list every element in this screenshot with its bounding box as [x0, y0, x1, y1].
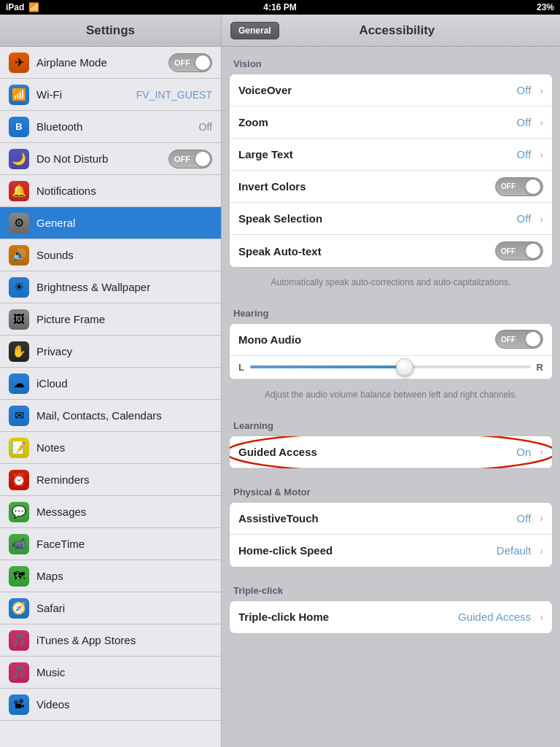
invertcolors-label: Invert Colors	[238, 180, 489, 193]
sidebar-item-general[interactable]: ⚙ General	[0, 207, 221, 239]
sidebar-item-mail[interactable]: ✉ Mail, Contacts, Calendars	[0, 400, 221, 432]
airplane-icon: ✈	[9, 53, 29, 73]
pictureframe-icon: 🖼	[9, 309, 29, 330]
sidebar-item-music[interactable]: 🎵 Music	[0, 657, 221, 689]
airplane-toggle[interactable]: OFF	[168, 53, 212, 72]
audio-balance-track[interactable]	[250, 365, 531, 368]
hearing-group: Mono Audio OFF L R	[229, 323, 553, 380]
sidebar-item-privacy[interactable]: ✋ Privacy	[0, 336, 221, 368]
bluetooth-label: Bluetooth	[36, 120, 192, 133]
monoaudio-row[interactable]: Mono Audio OFF	[230, 324, 552, 356]
sidebar-item-videos[interactable]: 📽 Videos	[0, 689, 221, 721]
maps-icon: 🗺	[9, 566, 29, 587]
sidebar-item-brightness[interactable]: ☀ Brightness & Wallpaper	[0, 271, 221, 303]
invertcolors-toggle-text: OFF	[501, 182, 516, 190]
status-time: 4:16 PM	[263, 2, 296, 12]
zoom-row[interactable]: Zoom Off ›	[230, 107, 552, 139]
status-left: iPad 📶	[6, 2, 39, 12]
maps-label: Maps	[36, 570, 212, 582]
speakselection-value: Off	[517, 212, 532, 225]
sidebar-item-donotdisturb[interactable]: 🌙 Do Not Disturb OFF	[0, 143, 221, 175]
sidebar-item-wifi[interactable]: 📶 Wi-Fi FV_INT_GUEST	[0, 79, 221, 111]
slider-left-label: L	[238, 362, 244, 373]
voiceover-row[interactable]: VoiceOver Off ›	[230, 74, 552, 107]
vision-section-label: Vision	[222, 47, 560, 74]
back-button[interactable]: General	[230, 22, 279, 39]
homeclickspeed-value: Default	[497, 544, 532, 557]
assistivetouch-chevron: ›	[540, 512, 543, 524]
voiceover-label: VoiceOver	[238, 84, 511, 96]
zoom-value: Off	[517, 116, 532, 128]
speakautotext-row[interactable]: Speak Auto-text OFF	[230, 235, 552, 267]
hearing-description: Adjust the audio volume balance between …	[222, 386, 560, 409]
sidebar-item-facetime[interactable]: 📹 FaceTime	[0, 528, 221, 560]
right-panel: General Accessibility Vision VoiceOver O…	[222, 15, 560, 747]
pictureframe-label: Picture Frame	[36, 313, 212, 325]
guidedaccess-chevron: ›	[540, 446, 543, 457]
sidebar-item-pictureframe[interactable]: 🖼 Picture Frame	[0, 303, 221, 336]
general-icon: ⚙	[9, 213, 29, 233]
safari-label: Safari	[36, 602, 212, 614]
sidebar-item-airplane[interactable]: ✈ Airplane Mode OFF	[0, 47, 221, 79]
brightness-label: Brightness & Wallpaper	[36, 281, 212, 293]
videos-label: Videos	[36, 698, 212, 711]
invertcolors-toggle[interactable]: OFF	[495, 177, 543, 196]
guidedaccess-row[interactable]: Guided Access On ›	[230, 436, 552, 468]
privacy-icon: ✋	[9, 341, 29, 362]
invertcolors-row[interactable]: Invert Colors OFF	[230, 171, 552, 203]
guidedaccess-value: On	[516, 446, 531, 458]
wifi-value: FV_INT_GUEST	[136, 89, 212, 101]
sidebar-item-bluetooth[interactable]: B Bluetooth Off	[0, 111, 221, 143]
vision-description: Automatically speak auto-corrections and…	[222, 274, 560, 296]
music-label: Music	[36, 666, 212, 678]
reminders-label: Reminders	[36, 473, 212, 486]
slider-thumb[interactable]	[396, 358, 413, 376]
sidebar-item-safari[interactable]: 🧭 Safari	[0, 592, 221, 624]
sidebar-item-icloud[interactable]: ☁ iCloud	[0, 368, 221, 400]
monoaudio-toggle-text: OFF	[501, 336, 516, 344]
tripleclickhome-value: Guided Access	[458, 611, 531, 623]
speakautotext-toggle-text: OFF	[501, 247, 516, 255]
itunes-icon: 🎵	[9, 630, 29, 651]
status-right: 23%	[537, 2, 554, 12]
sidebar-item-itunes[interactable]: 🎵 iTunes & App Stores	[0, 624, 221, 657]
donotdisturb-label: Do Not Disturb	[36, 152, 161, 165]
general-label: General	[36, 217, 212, 229]
bluetooth-value: Off	[199, 121, 212, 133]
mail-label: Mail, Contacts, Calendars	[36, 409, 212, 422]
messages-label: Messages	[36, 506, 212, 518]
tripleclickhome-row[interactable]: Triple-click Home Guided Access ›	[230, 601, 552, 633]
sidebar-item-notifications[interactable]: 🔔 Notifications	[0, 175, 221, 207]
sidebar-item-messages[interactable]: 💬 Messages	[0, 496, 221, 528]
tripleclickhome-chevron: ›	[540, 611, 543, 623]
largetext-label: Large Text	[238, 148, 511, 160]
speakselection-row[interactable]: Speak Selection Off ›	[230, 203, 552, 235]
sidebar-item-maps[interactable]: 🗺 Maps	[0, 560, 221, 592]
homeclickspeed-chevron: ›	[540, 545, 543, 557]
mail-icon: ✉	[9, 406, 29, 426]
monoaudio-toggle[interactable]: OFF	[495, 330, 543, 349]
videos-icon: 📽	[9, 694, 29, 715]
assistivetouch-row[interactable]: AssistiveTouch Off ›	[230, 503, 552, 535]
sounds-icon: 🔊	[9, 245, 29, 266]
brightness-icon: ☀	[9, 277, 29, 298]
voiceover-chevron: ›	[540, 85, 543, 96]
donotdisturb-toggle[interactable]: OFF	[168, 150, 212, 169]
icloud-icon: ☁	[9, 374, 29, 394]
largetext-row[interactable]: Large Text Off ›	[230, 139, 552, 171]
status-bar: iPad 📶 4:16 PM 23%	[0, 0, 560, 15]
homeclickspeed-row[interactable]: Home-click Speed Default ›	[230, 535, 552, 567]
donotdisturb-icon: 🌙	[9, 149, 29, 169]
tripleclick-section-label: Triple-click	[222, 573, 560, 600]
monoaudio-label: Mono Audio	[238, 333, 489, 346]
sidebar-item-notes[interactable]: 📝 Notes	[0, 432, 221, 464]
airplane-label: Airplane Mode	[36, 56, 161, 69]
largetext-value: Off	[517, 148, 532, 160]
facetime-icon: 📹	[9, 534, 29, 554]
speakautotext-toggle[interactable]: OFF	[495, 241, 543, 260]
sidebar-item-sounds[interactable]: 🔊 Sounds	[0, 239, 221, 271]
notifications-icon: 🔔	[9, 181, 29, 201]
sidebar-header: Settings	[0, 15, 221, 47]
zoom-label: Zoom	[238, 116, 511, 128]
sidebar-item-reminders[interactable]: ⏰ Reminders	[0, 464, 221, 496]
